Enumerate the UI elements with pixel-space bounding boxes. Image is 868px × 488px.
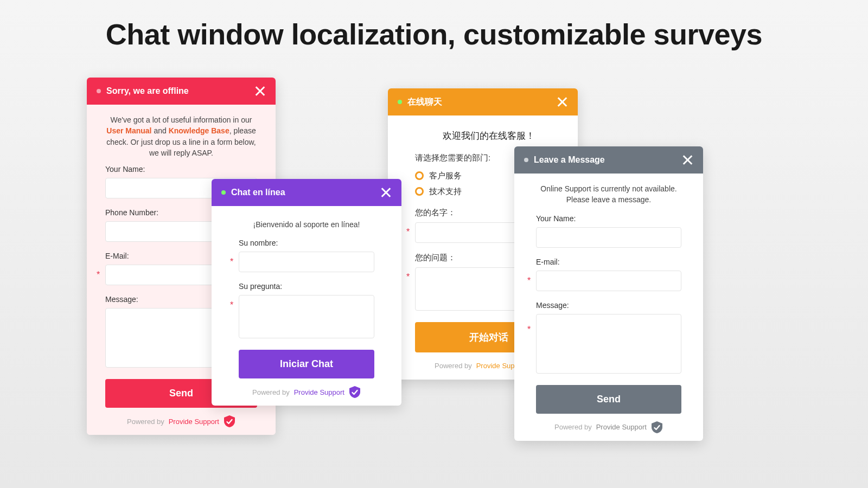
- label-email: E-mail:: [536, 258, 681, 266]
- send-button[interactable]: Send: [536, 385, 681, 414]
- intro-mid: and: [152, 126, 169, 135]
- panel-header: Sorry, we are offline: [87, 78, 276, 105]
- required-star: *: [230, 257, 233, 267]
- panel-header: Leave a Message: [514, 146, 703, 174]
- input-your-name[interactable]: [536, 227, 681, 248]
- textarea-su-pregunta[interactable]: [239, 295, 374, 338]
- label-your-name: Your Name:: [105, 165, 257, 174]
- intro-text: Online Support is currently not availabl…: [536, 183, 681, 206]
- panel-header: 在线聊天: [388, 88, 578, 115]
- close-icon[interactable]: [254, 85, 266, 97]
- required-star: *: [406, 227, 410, 237]
- status-dot-offline: [97, 89, 101, 93]
- link-user-manual[interactable]: User Manual: [106, 126, 151, 135]
- panel-title: Sorry, we are offline: [106, 86, 189, 96]
- panel-title: 在线聊天: [407, 97, 442, 108]
- powered-by-prefix: Powered by: [127, 418, 164, 426]
- radio-icon: [415, 171, 424, 180]
- powered-by-footer: Powered by Provide Support: [536, 414, 681, 441]
- required-star: *: [97, 270, 100, 280]
- label-su-pregunta: Su pregunta:: [239, 282, 374, 291]
- required-star: *: [527, 325, 531, 335]
- status-dot-offline: [524, 158, 528, 162]
- page-title: Chat window localization, customizable s…: [0, 0, 868, 51]
- required-star: *: [230, 300, 233, 310]
- label-your-name: Your Name:: [536, 214, 681, 223]
- lock-icon: [224, 415, 235, 427]
- powered-by-prefix: Powered by: [435, 362, 472, 370]
- iniciar-chat-button[interactable]: Iniciar Chat: [239, 350, 374, 378]
- input-email[interactable]: [536, 271, 681, 291]
- powered-by-prefix: Powered by: [554, 423, 592, 431]
- powered-by-brand[interactable]: Provide Support: [596, 423, 647, 431]
- radio-icon: [415, 187, 424, 196]
- textarea-message[interactable]: [536, 314, 681, 374]
- radio-label: 客户服务: [429, 171, 462, 181]
- label-message: Message:: [536, 301, 681, 310]
- powered-by-prefix: Powered by: [252, 388, 290, 396]
- input-su-nombre[interactable]: [239, 252, 374, 272]
- intro-text: We've got a lot of useful information in…: [105, 114, 257, 158]
- chat-panel-spanish: Chat en línea ¡Bienvenido al soporte en …: [212, 179, 401, 406]
- link-knowledge-base[interactable]: Knowledge Base: [169, 126, 229, 135]
- status-dot-online: [398, 100, 402, 104]
- lock-icon: [349, 386, 361, 398]
- intro-pre: We've got a lot of useful information in…: [111, 115, 252, 124]
- powered-by-brand[interactable]: Provide Support: [294, 388, 344, 396]
- panel-header: Chat en línea: [212, 179, 401, 206]
- required-star: *: [406, 272, 410, 282]
- powered-by-footer: Powered by Provide Support: [239, 378, 374, 406]
- panel-title: Chat en línea: [231, 188, 285, 197]
- chat-panel-leave-message: Leave a Message Online Support is curren…: [514, 146, 703, 441]
- intro-text: ¡Bienvenido al soporte en línea!: [239, 219, 374, 230]
- powered-by-brand[interactable]: Provide Support: [169, 418, 219, 426]
- radio-label: 技术支持: [429, 187, 462, 197]
- close-icon[interactable]: [556, 96, 568, 108]
- powered-by-footer: Powered by Provide Support: [105, 408, 257, 435]
- close-icon[interactable]: [380, 187, 392, 198]
- required-star: *: [527, 276, 531, 286]
- label-su-nombre: Su nombre:: [239, 239, 374, 247]
- intro-text: 欢迎我们的在线客服！: [415, 130, 563, 143]
- close-icon[interactable]: [681, 154, 693, 166]
- lock-icon: [651, 421, 663, 433]
- status-dot-online: [221, 190, 226, 195]
- panel-title: Leave a Message: [534, 155, 605, 165]
